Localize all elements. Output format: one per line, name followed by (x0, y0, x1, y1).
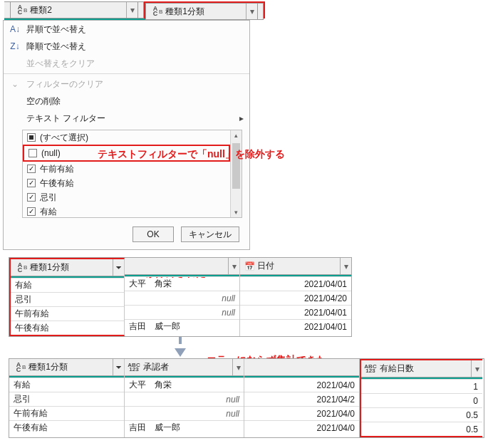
column-header[interactable]: AC B 種類1分類 ⏷ (9, 359, 124, 376)
scrollbar[interactable]: ▴ ▾ (230, 130, 242, 217)
table-cell[interactable]: 大平 角栄 (125, 276, 239, 291)
column-dropdown-button[interactable]: ▾ (340, 258, 351, 274)
menu-sort-asc[interactable]: A↓ 昇順で並べ替え (4, 21, 249, 38)
table-cell[interactable]: 2021/04/20 (240, 291, 351, 305)
sort-asc-icon: A↓ (9, 24, 21, 34)
column-header[interactable]: 📅 日付 ▾ (240, 258, 351, 275)
column-header[interactable]: AC B 種類1分類 ⏷ (11, 259, 124, 276)
ok-button[interactable]: OK (133, 226, 174, 242)
chevron-right-icon: ▸ (239, 113, 244, 123)
column-dropdown-button[interactable]: ▾ (232, 359, 244, 375)
filter-check-select-all[interactable]: (すべて選択) (23, 130, 230, 145)
table-cell[interactable]: 吉田 威一郎 (125, 319, 239, 333)
checkbox-icon[interactable]: ✓ (27, 207, 36, 216)
menu-label: 降順で並べ替え (26, 41, 86, 53)
check-label: 午前有給 (40, 163, 74, 175)
column-dropdown-button[interactable]: ▾ (126, 2, 137, 18)
table-cell[interactable]: 2021/04/01 (240, 319, 351, 333)
menu-text-filter[interactable]: テキスト フィルター ▸ (4, 110, 249, 127)
column-header-shurui2[interactable]: AC B 種類2 ▾ (10, 1, 138, 19)
column-header[interactable] (244, 359, 359, 376)
menu-separator (4, 73, 249, 74)
table-cell[interactable]: 0.5 (361, 422, 482, 436)
table-cell[interactable]: 2021/04/01 (240, 305, 351, 319)
menu-label: テキスト フィルター (26, 113, 105, 125)
checkbox-icon[interactable]: ✓ (27, 193, 36, 202)
check-label: 有給 (40, 206, 57, 218)
any-type-icon: ABC123 (364, 365, 377, 373)
table-cell[interactable]: 大平 角栄 (125, 377, 244, 392)
result-table-2: AC B 種類1分類 ⏷ 有給 忌引 午前有給 午後有給 ABC123 承認者 … (9, 358, 484, 438)
column-label: 種類1分類 (26, 361, 113, 373)
button-label: OK (147, 229, 159, 239)
scroll-up-icon[interactable]: ▴ (231, 130, 242, 140)
column-header[interactable]: ABC123 承認者 ▾ (125, 359, 244, 376)
menu-label: 空の削除 (26, 95, 61, 108)
table-cell[interactable]: 0.5 (361, 407, 482, 422)
column-dropdown-button[interactable]: ▾ (246, 4, 257, 19)
result-table-1: AC B 種類1分類 ⏷ 有給 忌引 午前有給 午後有給 ▾ 大平 角栄 nul… (9, 257, 352, 337)
filter-active-icon: ⏷ (115, 264, 123, 271)
column-label: 種類2 (27, 4, 126, 16)
filter-check-item[interactable]: ✓ 午後有給 (23, 176, 230, 190)
checkbox-icon[interactable]: ✓ (27, 179, 36, 187)
column-header-shurui1bunrui[interactable]: AC B 種類1分類 ▾ (145, 3, 258, 20)
filter-value-list: (すべて選択) (null) ✓ 午前有給 ✓ 午後有給 ✓ 忌引 ✓ (22, 130, 242, 218)
table-cell[interactable]: 2021/04/0 (244, 420, 359, 434)
menu-remove-empty[interactable]: 空の削除 (4, 93, 249, 110)
highlight-box-col4: ABC123 有給日数 ▾ 1 0 0.5 0.5 (360, 359, 482, 437)
column-label: 種類1分類 (27, 261, 113, 274)
menu-label: 並べ替えをクリア (26, 58, 95, 70)
menu-label: 昇順で並べ替え (26, 24, 86, 36)
filter-check-item[interactable]: ✓ 有給 (23, 204, 230, 217)
column-dropdown-button[interactable]: ▾ (471, 360, 482, 377)
clear-filter-icon: ⌄ (9, 79, 21, 89)
table-cell[interactable]: 2021/04/0 (244, 377, 359, 392)
table-cell[interactable]: 2021/04/01 (240, 276, 351, 291)
column-dropdown-button[interactable]: ⏷ (113, 359, 124, 375)
table-cell[interactable]: null (125, 406, 244, 420)
table-cell[interactable]: 2021/04/0 (244, 406, 359, 420)
annotation-exclude-null: テキストフィルターで「null」を除外する (98, 148, 285, 161)
column-spacer (258, 3, 264, 20)
table-cell[interactable]: 午前有給 (11, 306, 124, 321)
check-label: (null) (41, 148, 61, 158)
column-dropdown-button[interactable]: ▾ (228, 258, 239, 274)
table-cell[interactable]: 0 (361, 393, 482, 407)
filter-check-item[interactable]: ✓ 午前有給 (23, 162, 230, 176)
column-header[interactable]: ABC123 有給日数 ▾ (361, 360, 482, 377)
table-cell[interactable]: null (125, 291, 239, 305)
filter-active-icon: ⏷ (115, 363, 123, 371)
column-label: 種類1分類 (162, 6, 246, 18)
table-cell[interactable]: null (125, 305, 239, 319)
table-cell[interactable]: 忌引 (9, 392, 124, 406)
table-cell[interactable]: 吉田 威一郎 (125, 420, 244, 434)
column-dropdown-button[interactable]: ⏷ (113, 259, 124, 276)
checkbox-icon[interactable]: ✓ (27, 165, 36, 173)
sort-desc-icon: Z↓ (9, 41, 21, 51)
checkbox-icon[interactable] (28, 149, 37, 157)
column-spacer (138, 1, 144, 19)
table-cell[interactable]: 有給 (11, 278, 124, 292)
checkbox-mixed-icon[interactable] (27, 133, 36, 142)
filter-check-item[interactable]: ✓ 忌引 (23, 190, 230, 204)
button-label: キャンセル (189, 229, 232, 241)
table-cell[interactable]: 午後有給 (11, 321, 124, 335)
table-cell[interactable]: 忌引 (11, 292, 124, 306)
column-label: 承認者 (140, 361, 232, 373)
menu-label: フィルターのクリア (26, 78, 103, 90)
scroll-down-icon[interactable]: ▾ (231, 207, 242, 217)
table-cell[interactable]: 2021/04/2 (244, 392, 359, 406)
column-header[interactable]: ▾ (125, 258, 239, 275)
menu-sort-desc[interactable]: Z↓ 降順で並べ替え (4, 38, 249, 55)
column-label: 有給日数 (377, 363, 471, 375)
menu-clear-sort: 並べ替えをクリア (4, 55, 249, 72)
cancel-button[interactable]: キャンセル (181, 226, 239, 242)
table-cell[interactable]: 1 (361, 379, 482, 393)
check-label: (すべて選択) (40, 132, 88, 144)
table-cell[interactable]: null (125, 392, 244, 406)
table-cell[interactable]: 午前有給 (9, 406, 124, 420)
table-cell[interactable]: 有給 (9, 377, 124, 392)
table-cell[interactable]: 午後有給 (9, 420, 124, 434)
row-gutter (4, 1, 10, 19)
